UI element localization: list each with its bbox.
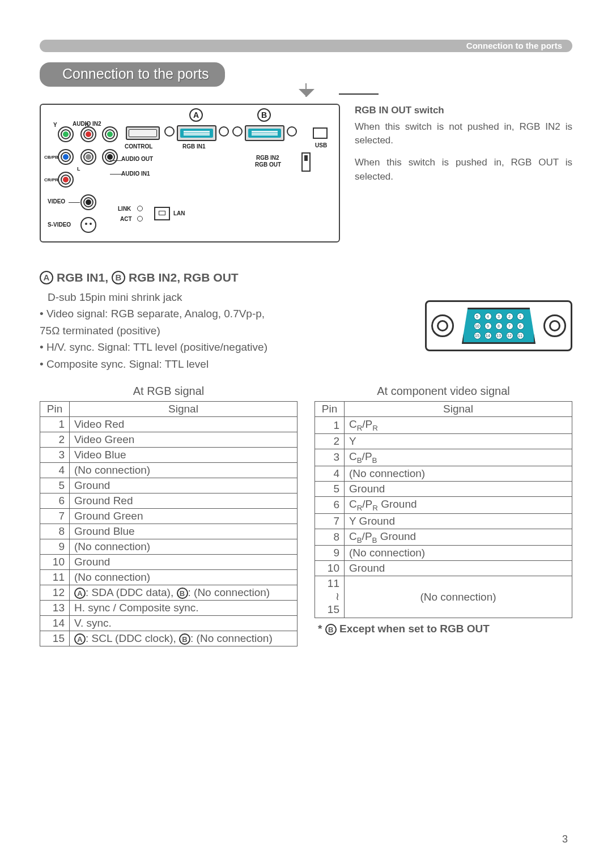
tables-row: At RGB signal Pin Signal 1Video Red2Vide… — [40, 385, 572, 646]
pin-cell: 13 — [40, 601, 70, 616]
switch-leader-line — [339, 93, 379, 95]
pin-cell: 5 — [40, 478, 70, 493]
table-header: Pin — [40, 402, 70, 417]
signal-cell: (No connection) — [345, 466, 572, 481]
pin-cell: 10 — [40, 555, 70, 570]
port-y-jack — [58, 126, 74, 142]
vga-pin: 6 — [517, 322, 524, 330]
pin-cell: 15 — [40, 631, 70, 646]
pin-cell: 1 — [40, 417, 70, 432]
pin-cell: 11 — [40, 570, 70, 585]
signal-cell: Ground Red — [70, 493, 298, 509]
table-header: Signal — [70, 402, 298, 417]
arrow-down-icon — [299, 89, 314, 105]
rgb-table-block: At RGB signal Pin Signal 1Video Red2Vide… — [40, 385, 298, 646]
vga1-stud-left — [164, 126, 175, 137]
top-section: A B AUDIO IN2 Y R CB/PB L CR/PR VIDEO S-… — [40, 104, 572, 242]
switch-description: RGB IN OUT switch When this switch is no… — [355, 104, 572, 192]
arrow-stem — [305, 83, 307, 97]
label-act: ACT — [120, 216, 132, 222]
component-table-caption: At component video signal — [314, 385, 572, 398]
vga-pin: 15 — [474, 332, 481, 339]
leader-line — [69, 202, 80, 203]
header-right-label: Connection to the ports — [466, 41, 562, 50]
table-row: 3CB/PB — [315, 449, 572, 466]
signal-cell: A: SCL (DDC clock), B: (No connection) — [70, 631, 298, 646]
label-y: Y — [53, 122, 57, 128]
vga1-stud-right — [219, 126, 229, 137]
port-audio-out-jack — [102, 126, 118, 142]
vga-stud-right — [543, 314, 566, 337]
signal-cell: H. sync / Composite sync. — [70, 601, 298, 616]
vga-pin: 9 — [484, 322, 492, 330]
pin-cell: 3 — [40, 448, 70, 463]
signal-cell: Ground Green — [70, 509, 298, 524]
table-row: 2Video Green — [40, 432, 298, 448]
vga-pin: 11 — [517, 332, 524, 339]
vga-connector-illustration: 54321 109876 1514131211 — [425, 300, 572, 351]
vga-pin: 10 — [474, 322, 481, 330]
label-usb: USB — [315, 142, 327, 148]
vga2-stud-right — [287, 126, 297, 137]
pin-cell: 12 — [40, 585, 70, 601]
rgb-signal-table: Pin Signal 1Video Red2Video Green3Video … — [40, 401, 298, 646]
pin-cell: 2 — [40, 432, 70, 448]
signal-cell: Video Green — [70, 432, 298, 448]
table-row: 12A: SDA (DDC data), B: (No connection) — [40, 585, 298, 601]
component-table-block: At component video signal Pin Signal 1CR… — [314, 385, 572, 646]
table-row: 11≀15(No connection) — [315, 576, 572, 618]
section-heading: A RGB IN1, B RGB IN2, RGB OUT — [40, 271, 572, 284]
vga-trapezoid: 54321 109876 1514131211 — [462, 308, 536, 344]
switch-p1: When this switch is not pushed in, RGB I… — [355, 120, 572, 148]
vga-pin: 8 — [495, 322, 503, 330]
table-row: 14V. sync. — [40, 616, 298, 631]
spec-list: D-sub 15pin mini shrink jack • Video sig… — [40, 289, 357, 372]
label-link: LINK — [118, 206, 131, 212]
table-row: 1CR/PR — [315, 417, 572, 434]
table-row: 7Y Ground — [315, 513, 572, 529]
pin-cell: 5 — [315, 481, 345, 496]
port-audio-r-jack — [80, 126, 96, 142]
vga-pin: 12 — [506, 332, 513, 339]
component-signal-table: Pin Signal 1CR/PR2Y3CB/PB4(No connection… — [314, 401, 572, 618]
footnote: * B Except when set to RGB OUT — [314, 623, 572, 635]
pin-cell: 4 — [315, 466, 345, 481]
signal-cell: Ground — [70, 555, 298, 570]
pin-cell: 2 — [315, 433, 345, 449]
signal-cell: Ground Blue — [70, 524, 298, 539]
led-link — [137, 206, 143, 211]
table-row: 4(No connection) — [40, 463, 298, 478]
label-l: L — [77, 166, 80, 172]
pin-cell: 9 — [315, 546, 345, 561]
section-label-b: RGB IN2, RGB OUT — [129, 271, 239, 284]
pin-cell: 6 — [40, 493, 70, 509]
port-svideo-jack — [80, 217, 96, 233]
port-audio-l-jack — [80, 149, 96, 165]
pin-cell: 7 — [40, 509, 70, 524]
signal-cell: CR/PR Ground — [345, 496, 572, 513]
leader-line — [110, 160, 122, 161]
section-label-a: RGB IN1, — [57, 271, 108, 284]
table-row: 6Ground Red — [40, 493, 298, 509]
pin-cell: 4 — [40, 463, 70, 478]
pin-cell: 8 — [315, 529, 345, 546]
spec-line: • Composite sync. Signal: TTL level — [40, 356, 357, 372]
pin-cell: 1 — [315, 417, 345, 434]
signal-cell: (No connection) — [70, 570, 298, 585]
label-control: CONTROL — [125, 143, 152, 150]
vga-pin: 1 — [517, 313, 524, 320]
label-rgb-out: RGB OUT — [255, 161, 281, 168]
signal-cell: Video Red — [70, 417, 298, 432]
pin-cell: 11≀15 — [315, 576, 345, 618]
spec-line: 75Ω terminated (positive) — [40, 322, 357, 339]
pin-cell: 9 — [40, 539, 70, 555]
switch-p2: When this switch is pushed in, RGB OUT i… — [355, 156, 572, 184]
pin-cell: 6 — [315, 496, 345, 513]
vga-pin: 2 — [506, 313, 513, 320]
signal-cell: Ground — [345, 561, 572, 576]
label-video: VIDEO — [48, 198, 65, 205]
signal-cell: Y — [345, 433, 572, 449]
vga-pin: 14 — [484, 332, 492, 339]
signal-cell: Video Blue — [70, 448, 298, 463]
ports-panel-diagram: A B AUDIO IN2 Y R CB/PB L CR/PR VIDEO S-… — [40, 104, 340, 242]
